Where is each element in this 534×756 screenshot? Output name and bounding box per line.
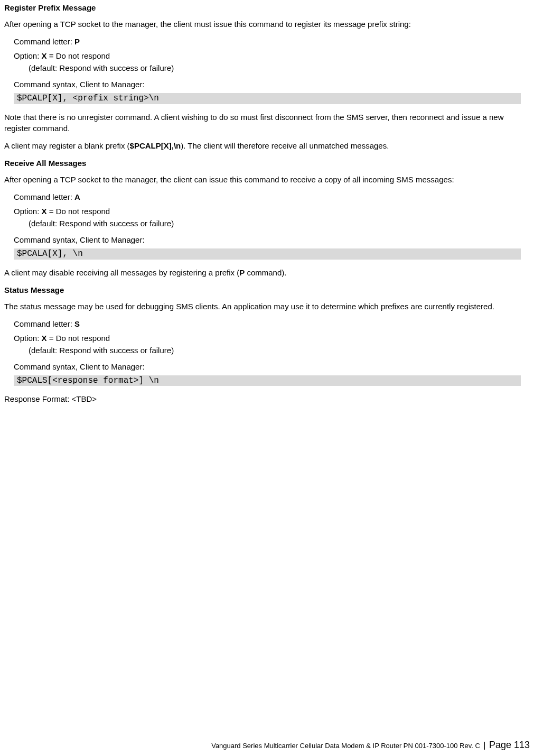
note-disable-receive-all: A client may disable receiving all messa… <box>4 267 530 278</box>
syntax-label: Command syntax, Client to Manager: <box>14 79 530 90</box>
option-line: Option: X = Do not respond <box>14 50 530 61</box>
intro-register-prefix: After opening a TCP socket to the manage… <box>4 19 530 30</box>
option-desc-3: = Do not respond <box>47 334 110 343</box>
code-receive-all: $PCALA[X], \n <box>14 248 521 260</box>
note-disable-bold: P <box>239 268 245 277</box>
option-label: Option: <box>14 51 42 60</box>
option-line-2: Option: X = Do not respond <box>14 206 530 217</box>
cmd-letter-value-3: S <box>74 319 80 328</box>
code-status: $PCALS[<response format>] \n <box>14 375 521 386</box>
note-disable-pre: A client may disable receiving all messa… <box>4 268 239 277</box>
option-line-3: Option: X = Do not respond <box>14 333 530 344</box>
cmd-letter-line: Command letter: P <box>14 36 530 47</box>
option-desc-2: = Do not respond <box>47 207 110 216</box>
note-disable-post: command). <box>245 268 286 277</box>
cmd-letter-line-3: Command letter: S <box>14 318 530 329</box>
heading-register-prefix: Register Prefix Message <box>4 2 530 13</box>
cmd-letter-value-2: A <box>74 192 80 201</box>
option-letter-3: X <box>42 334 47 343</box>
cmd-letter-label: Command letter: <box>14 37 74 46</box>
option-label-3: Option: <box>14 334 42 343</box>
option-default-3: (default: Respond with success or failur… <box>29 345 530 356</box>
option-letter-2: X <box>42 207 47 216</box>
note-blank-bold: $PCALP[X],\n <box>130 141 181 150</box>
note-blank-post: ). The client will therefore receive all… <box>181 141 389 150</box>
syntax-label-2: Command syntax, Client to Manager: <box>14 234 530 245</box>
response-format: Response Format: <TBD> <box>4 393 530 404</box>
intro-receive-all: After opening a TCP socket to the manage… <box>4 174 530 185</box>
cmd-letter-value: P <box>74 37 80 46</box>
syntax-label-3: Command syntax, Client to Manager: <box>14 361 530 372</box>
note-blank-prefix: A client may register a blank prefix ($P… <box>4 140 530 151</box>
option-default: (default: Respond with success or failur… <box>29 62 530 73</box>
heading-receive-all: Receive All Messages <box>4 158 530 169</box>
option-desc: = Do not respond <box>47 51 110 60</box>
cmd-letter-label-3: Command letter: <box>14 319 74 328</box>
option-default-2: (default: Respond with success or failur… <box>29 218 530 229</box>
option-letter: X <box>42 51 47 60</box>
code-register-prefix: $PCALP[X], <prefix string>\n <box>14 93 521 104</box>
note-blank-pre: A client may register a blank prefix ( <box>4 141 130 150</box>
cmd-letter-label-2: Command letter: <box>14 192 74 201</box>
option-label-2: Option: <box>14 207 42 216</box>
note-unregister: Note that there is no unregister command… <box>4 112 530 134</box>
cmd-letter-line-2: Command letter: A <box>14 191 530 202</box>
heading-status: Status Message <box>4 284 530 296</box>
intro-status: The status message may be used for debug… <box>4 301 530 312</box>
